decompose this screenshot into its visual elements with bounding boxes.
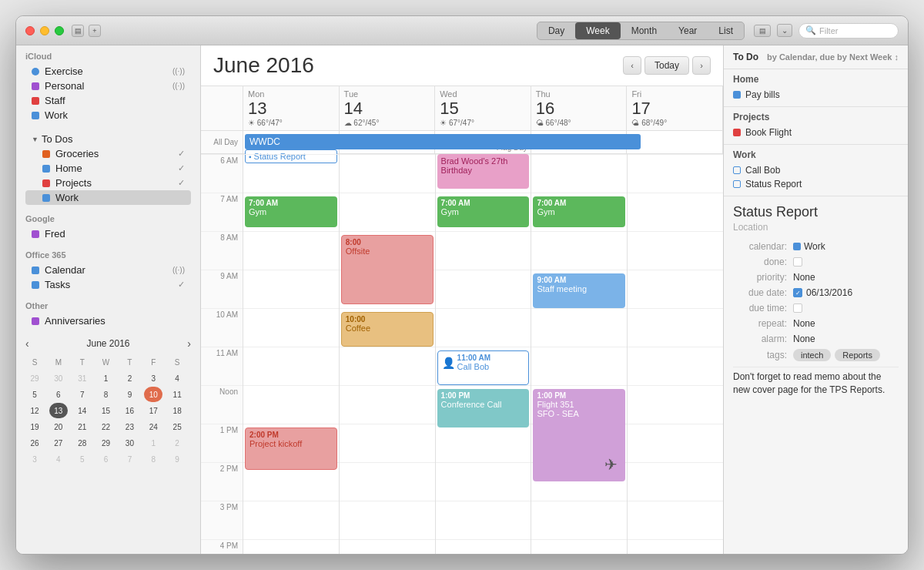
sidebar-item-tasks[interactable]: Tasks ✓: [25, 277, 191, 292]
gym-mon-event[interactable]: 7:00 AM Gym: [245, 196, 337, 227]
chevron-down-icon[interactable]: ⌄: [777, 24, 792, 37]
mini-day-13-sel[interactable]: 13: [49, 403, 68, 418]
mini-day-25[interactable]: 25: [168, 419, 186, 434]
todo-item-pay-bills[interactable]: Pay bills: [733, 88, 899, 102]
sidebar-item-calendar[interactable]: Calendar ((·)): [25, 263, 191, 277]
day-header-fri: Fri 17 🌤 68°/49°: [627, 86, 723, 130]
mini-day-5[interactable]: 5: [25, 387, 44, 402]
mini-day-19[interactable]: 19: [25, 419, 44, 434]
conference-call-event[interactable]: 1:00 PM Conference Call: [437, 389, 530, 428]
mini-day-20[interactable]: 20: [49, 419, 68, 434]
mini-day-8[interactable]: 8: [97, 387, 116, 402]
mini-day-28[interactable]: 28: [73, 435, 92, 451]
mini-day-21[interactable]: 21: [73, 419, 92, 434]
sidebar-toggle-button[interactable]: ▤: [72, 25, 84, 37]
due-time-checkbox[interactable]: [793, 303, 802, 313]
tag-reports[interactable]: Reports: [835, 349, 880, 361]
mini-day-30om[interactable]: 30: [49, 370, 68, 386]
staff-meeting-event[interactable]: 9:00 AM Staff meeting: [533, 273, 625, 308]
close-button[interactable]: [25, 26, 35, 35]
day-name-wed: Wed: [440, 89, 526, 99]
sidebar-item-projects[interactable]: Projects ✓: [25, 176, 191, 190]
project-kickoff-event[interactable]: 2:00 PM Project kickoff: [245, 428, 337, 470]
mini-day-9[interactable]: 9: [120, 387, 139, 402]
mini-day-31om[interactable]: 31: [73, 370, 92, 386]
mini-day-11[interactable]: 11: [168, 387, 186, 402]
offsite-event[interactable]: 8:00 Offsite: [341, 235, 434, 304]
mini-day-6-om3[interactable]: 6: [97, 451, 116, 467]
add-event-button[interactable]: +: [89, 25, 101, 37]
gym-wed-event[interactable]: 7:00 AM Gym: [437, 196, 530, 227]
mini-day-27[interactable]: 27: [49, 435, 68, 451]
mini-day-3[interactable]: 3: [144, 370, 162, 386]
brad-birthday-event[interactable]: Brad Wood's 27th Birthday: [437, 154, 530, 189]
mini-day-24[interactable]: 24: [144, 419, 162, 434]
tag-intech[interactable]: intech: [793, 349, 831, 361]
mini-day-18[interactable]: 18: [168, 403, 186, 418]
sidebar-item-exercise[interactable]: Exercise ((·)): [25, 64, 191, 79]
mini-day-10-today[interactable]: 10: [144, 387, 162, 402]
todo-sort[interactable]: by Calendar, due by Next Week ↕: [767, 52, 899, 62]
mini-day-16[interactable]: 16: [120, 403, 139, 418]
wwdc-event[interactable]: WWDC: [245, 134, 641, 149]
done-checkbox[interactable]: [793, 257, 802, 267]
mini-day-26[interactable]: 26: [25, 435, 44, 451]
flight-351-event[interactable]: 1:00 PM Flight 351 SFO - SEA ✈: [533, 389, 625, 481]
mini-day-9-om3[interactable]: 9: [168, 451, 186, 467]
sidebar-item-anniversaries[interactable]: Anniversaries: [25, 314, 191, 328]
mini-day-4[interactable]: 4: [168, 370, 186, 386]
mini-day-29[interactable]: 29: [97, 435, 116, 451]
sidebar-item-fred[interactable]: Fred: [25, 226, 191, 241]
mini-day-14[interactable]: 14: [73, 403, 92, 418]
sidebar-todos-header[interactable]: ▼ To Dos: [25, 132, 191, 146]
gym-thu-event[interactable]: 7:00 AM Gym: [533, 196, 625, 227]
mini-day-12[interactable]: 12: [25, 403, 44, 418]
prev-week-button[interactable]: ‹: [623, 56, 641, 75]
today-button[interactable]: Today: [644, 56, 689, 75]
mini-day-17[interactable]: 17: [144, 403, 162, 418]
work-todos-label: Work: [55, 192, 79, 203]
mini-day-15[interactable]: 15: [97, 403, 116, 418]
mini-day-7[interactable]: 7: [73, 387, 92, 402]
day-weather-tue: ☁ 62°/45°: [344, 119, 430, 127]
mini-day-29om[interactable]: 29: [25, 370, 44, 386]
filter-input[interactable]: 🔍 Filter: [798, 23, 899, 39]
mini-day-2[interactable]: 2: [120, 370, 139, 386]
coffee-event[interactable]: 10:00 Coffee: [341, 312, 434, 347]
mini-day-1[interactable]: 1: [97, 370, 116, 386]
panel-toggle[interactable]: ▤: [754, 25, 771, 37]
todo-item-book-flight[interactable]: Book Flight: [733, 126, 899, 139]
mini-cal-next[interactable]: ›: [187, 337, 191, 350]
sidebar-item-work-todos[interactable]: Work: [25, 190, 191, 205]
sidebar-item-personal[interactable]: Personal ((·)): [25, 79, 191, 93]
mini-day-3-om3[interactable]: 3: [25, 451, 44, 467]
mini-day-23[interactable]: 23: [120, 419, 139, 434]
mini-day-2-om2[interactable]: 2: [168, 435, 186, 451]
sidebar-item-groceries[interactable]: Groceries ✓: [25, 146, 191, 161]
due-date-checkbox[interactable]: ✓: [793, 288, 802, 297]
mini-day-1-om2[interactable]: 1: [144, 435, 162, 451]
sidebar-item-home[interactable]: Home ✓: [25, 161, 191, 176]
call-bob-event[interactable]: 👤 11:00 AM Call Bob: [437, 350, 530, 385]
mini-day-5-om3[interactable]: 5: [73, 451, 92, 467]
tab-month[interactable]: Month: [621, 22, 668, 39]
sidebar-item-staff[interactable]: Staff: [25, 93, 191, 108]
mini-day-7-om3[interactable]: 7: [120, 451, 139, 467]
tab-year[interactable]: Year: [668, 22, 708, 39]
tab-list[interactable]: List: [708, 22, 744, 39]
minimize-button[interactable]: [40, 26, 49, 35]
mini-day-8-om3[interactable]: 8: [144, 451, 162, 467]
mini-day-30[interactable]: 30: [120, 435, 139, 451]
next-week-button[interactable]: ›: [692, 56, 711, 75]
mini-day-6[interactable]: 6: [49, 387, 68, 402]
hour-8am-mon: [243, 231, 339, 270]
todo-item-status-report[interactable]: Status Report: [733, 177, 899, 191]
tab-week[interactable]: Week: [575, 22, 620, 39]
zoom-button[interactable]: [55, 26, 64, 35]
mini-day-22[interactable]: 22: [97, 419, 116, 434]
todo-item-call-bob[interactable]: Call Bob: [733, 163, 899, 177]
mini-cal-prev[interactable]: ‹: [25, 337, 29, 350]
mini-day-4-om3[interactable]: 4: [49, 451, 68, 467]
sidebar-item-work-icloud[interactable]: Work: [25, 108, 191, 122]
tab-day[interactable]: Day: [537, 22, 575, 39]
